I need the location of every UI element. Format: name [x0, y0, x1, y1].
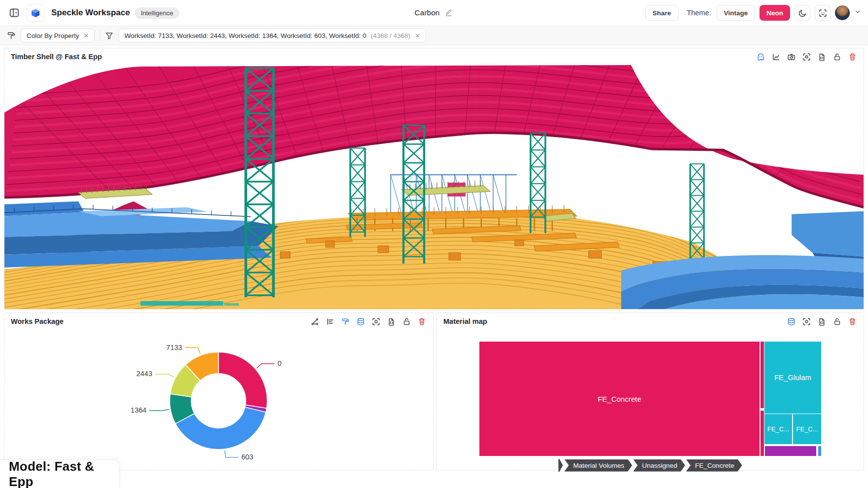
model-label: Model: Fast & Epp	[9, 459, 119, 488]
lock-icon[interactable]	[832, 52, 842, 62]
color-chip-label: Color By Property	[27, 32, 79, 39]
ghost-icon[interactable]	[756, 52, 765, 62]
material-treemap[interactable]: FE_ConcreteFE_GlulamFE_C...FE_C...	[479, 342, 821, 456]
treemap-node-FE_Concrete[interactable]: FE_Concrete	[479, 342, 760, 456]
viewer-panel-title: Timber Shell @ Fast & Epp	[11, 53, 102, 61]
donut-label: 603	[241, 453, 253, 461]
breadcrumb-item[interactable]: FE_Concrete	[686, 459, 742, 472]
breadcrumb-stub	[558, 459, 563, 472]
treemap-node-label: FE_Glulam	[774, 373, 811, 382]
material-map-panel: Material map FE_ConcreteFE_GlulamFE_C...…	[436, 313, 864, 470]
document-title: Carbon	[415, 8, 440, 17]
treemap-node-FE_Glulam[interactable]: FE_Glulam	[764, 342, 821, 414]
left-blue-structure	[4, 202, 278, 268]
treemap-node-small[interactable]	[760, 342, 763, 408]
donut-label: 2443	[137, 370, 152, 378]
breadcrumb-item[interactable]: Unassigned	[633, 459, 685, 472]
scan-icon[interactable]	[801, 52, 811, 62]
bars-icon[interactable]	[325, 316, 335, 326]
material-panel-title: Material map	[443, 317, 487, 325]
3d-model-viewport[interactable]	[4, 65, 864, 309]
user-avatar[interactable]	[835, 5, 850, 20]
treemap-node-FE_C...[interactable]: FE_C...	[764, 414, 792, 444]
trash-icon[interactable]	[417, 316, 427, 326]
model-label-card: Model: Fast & Epp	[0, 459, 119, 488]
viewer-panel: Timber Shell @ Fast & Epp	[4, 48, 864, 310]
treemap-node-small[interactable]	[760, 411, 763, 456]
chevron-down-icon[interactable]	[854, 8, 861, 17]
breadcrumb-item[interactable]: Material Volumes	[564, 459, 632, 472]
chart-icon[interactable]	[771, 52, 781, 62]
database-icon[interactable]	[356, 316, 365, 326]
works-package-panel: Works Package 0603136424437133	[4, 313, 434, 470]
treemap-node-FE_C...[interactable]: FE_C...	[793, 414, 821, 444]
works-panel-title: Works Package	[11, 317, 64, 325]
camera-icon[interactable]	[786, 52, 796, 62]
moon-icon[interactable]	[795, 5, 810, 21]
share-button[interactable]: Share	[645, 5, 679, 21]
divider	[100, 30, 100, 41]
theme-neon-button[interactable]: Neon	[760, 5, 790, 21]
trash-icon[interactable]	[847, 316, 857, 326]
lock-icon[interactable]	[401, 316, 411, 326]
donut-label: 0	[278, 359, 282, 367]
top-bar: Speckle Workspace Intelligence Carbon Sh…	[0, 0, 868, 26]
works-package-donut-chart[interactable]: 0603136424437133	[4, 330, 433, 470]
close-icon[interactable]: ✕	[415, 33, 420, 39]
lock-icon[interactable]	[832, 316, 842, 326]
speckle-logo[interactable]	[27, 4, 44, 22]
theme-label: Theme:	[687, 9, 711, 17]
roller-icon[interactable]	[340, 316, 350, 326]
scan-icon[interactable]	[371, 316, 381, 326]
treemap-node-small[interactable]	[818, 446, 821, 456]
trash-icon[interactable]	[847, 52, 857, 62]
donut-label: 1364	[131, 406, 146, 414]
treemap-node-label: FE_C...	[767, 425, 789, 433]
workset-filter-chip[interactable]: WorksetId: 7133, WorksetId: 2443, Workse…	[118, 29, 426, 42]
database-icon[interactable]	[786, 316, 796, 326]
app-title: Speckle Workspace	[51, 8, 130, 18]
scan-icon[interactable]	[801, 316, 811, 326]
treemap-node-label: FE_C...	[796, 425, 818, 433]
donut-label: 7133	[166, 344, 182, 351]
funnel-icon[interactable]	[105, 32, 113, 40]
donut-slice-0[interactable]	[218, 352, 267, 408]
paint-roller-icon[interactable]	[7, 31, 16, 40]
color-by-property-chip[interactable]: Color By Property ✕	[21, 29, 95, 42]
sidebar-toggle-icon[interactable]	[7, 5, 22, 20]
workset-filter-label: WorksetId: 7133, WorksetId: 2443, Workse…	[124, 32, 366, 39]
close-icon[interactable]: ✕	[84, 33, 89, 39]
filter-bar: Color By Property ✕ WorksetId: 7133, Wor…	[0, 26, 868, 45]
intelligence-badge: Intelligence	[135, 7, 179, 19]
file-icon[interactable]	[386, 316, 396, 326]
file-icon[interactable]	[817, 52, 827, 62]
edit-pencil-icon[interactable]	[443, 8, 453, 18]
treemap-node-small[interactable]	[765, 446, 816, 456]
treemap-breadcrumb: Material VolumesUnassignedFE_Concrete	[437, 459, 864, 472]
workset-filter-count: (4368 / 4368)	[371, 32, 410, 39]
treemap-node-label: FE_Concrete	[598, 395, 641, 403]
nodes-icon[interactable]	[310, 316, 320, 326]
theme-vintage-button[interactable]: Vintage	[717, 5, 756, 21]
scan-face-icon[interactable]	[815, 5, 831, 21]
file-icon[interactable]	[817, 316, 827, 326]
